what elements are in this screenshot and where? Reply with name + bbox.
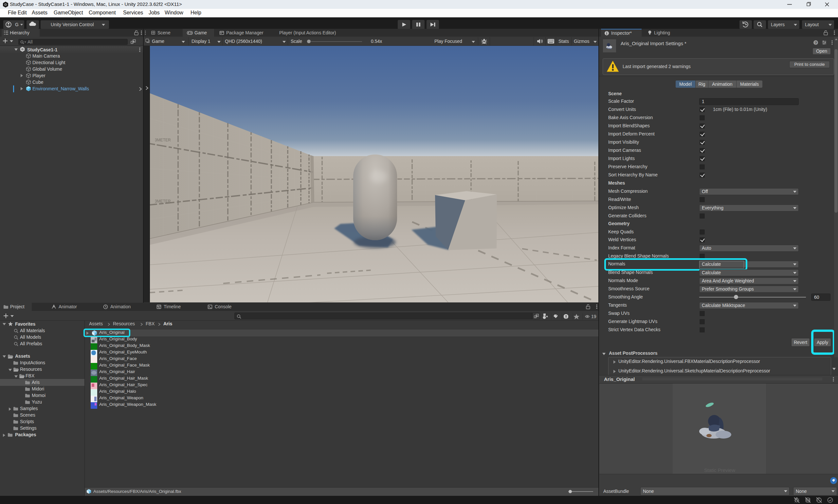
svg-text:?: ? — [815, 41, 817, 45]
svg-text:3METER: 3METER — [155, 138, 171, 142]
svg-text:19: 19 — [591, 314, 596, 319]
svg-text:G: G — [15, 22, 19, 27]
svg-text:3METER: 3METER — [155, 199, 171, 203]
